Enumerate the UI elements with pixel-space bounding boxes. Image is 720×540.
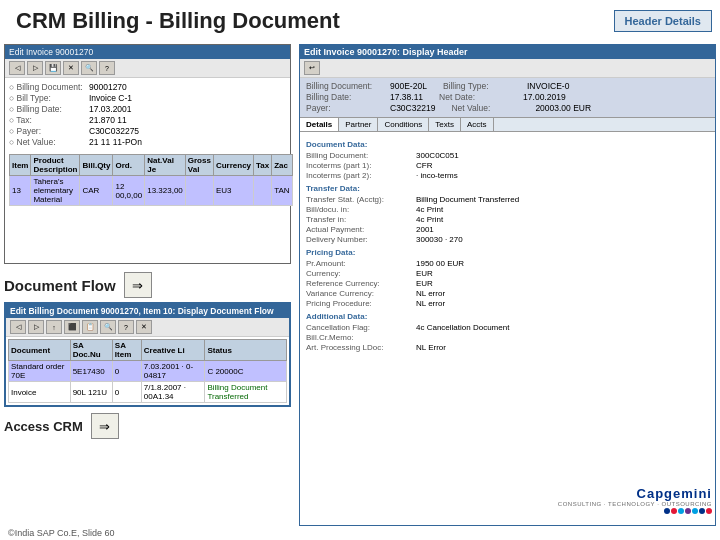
billing-toolbar-btn1[interactable]: ◁ <box>10 320 26 334</box>
rh-payer-label: Payer: <box>306 103 386 113</box>
billing-toolbar-btn4[interactable]: ⬛ <box>64 320 80 334</box>
billing-toolbar-btn5[interactable]: 📋 <box>82 320 98 334</box>
rh-billing-date-label: Billing Date: <box>306 92 386 102</box>
header-details-button[interactable]: Header Details <box>614 10 712 32</box>
tab-details[interactable]: Details <box>300 118 339 131</box>
billing-doc-title: Edit Billing Document 90001270, Item 10:… <box>6 304 289 318</box>
billing-toolbar-btn6[interactable]: 🔍 <box>100 320 116 334</box>
tab-conditions[interactable]: Conditions <box>378 118 429 131</box>
table-row[interactable]: Invoice 90L 121U 0 7/1.8.2007 · 00A1.34 … <box>9 382 287 403</box>
cell-status: Billing Document Transferred <box>205 382 287 403</box>
rh-payer-value: C30C32219 <box>390 103 435 113</box>
cell-doc: Standard order 70E <box>9 361 71 382</box>
dot-2 <box>671 508 677 514</box>
field-label-payer: ○ Payer: <box>9 126 89 136</box>
billing-toolbar-btn2[interactable]: ▷ <box>28 320 44 334</box>
cell-grossval <box>185 176 213 206</box>
dd-incoterms1-label: Incoterms (part 1): <box>306 161 416 170</box>
td-transfer-stat-label: Transfer Stat. (Acctg): <box>306 195 416 204</box>
capgemini-dots <box>558 508 712 514</box>
dd-billing-doc-label: Billing Document: <box>306 151 416 160</box>
field-label-netvalue: ○ Net Value: <box>9 137 89 147</box>
right-tabs: Details Partner Conditions Texts Accts <box>300 118 715 132</box>
dot-3 <box>678 508 684 514</box>
section-additional-data: Additional Data: <box>306 312 709 321</box>
invoice-table: Item Product Description Bill.Qty Ord. N… <box>9 154 293 206</box>
rh-billing-type-label: Billing Type: <box>443 81 523 91</box>
doc-flow-label: Document Flow <box>4 277 116 294</box>
rh-net-date-label: Net Date: <box>439 92 519 102</box>
col-item: Item <box>10 155 31 176</box>
pd-pricing-proc-value: NL error <box>416 299 445 308</box>
rh-billing-date-value: 17.38.11 <box>390 92 423 102</box>
col-currency: Currency <box>213 155 253 176</box>
tab-accts[interactable]: Accts <box>461 118 494 131</box>
dd-incoterms2-value: · inco-terms <box>416 171 458 180</box>
ad-art-proc-value: NL Error <box>416 343 446 352</box>
td-actual-payment-label: Actual Payment: <box>306 225 416 234</box>
cell-creative: 7/1.8.2007 · 00A1.34 <box>141 382 205 403</box>
right-toolbar-btn[interactable]: ↩ <box>304 61 320 75</box>
footer: ©India SAP Co.E, Slide 60 <box>8 528 115 538</box>
table-row[interactable]: Standard order 70E 5E17430 0 7.03.2001 ·… <box>9 361 287 382</box>
cell-tax <box>254 176 272 206</box>
toolbar-btn-help[interactable]: ? <box>99 61 115 75</box>
section-pricing-data: Pricing Data: <box>306 248 709 257</box>
pd-var-currency-label: Variance Currency: <box>306 289 416 298</box>
section-doc-data: Document Data: <box>306 140 709 149</box>
ad-cancel-flag-value: 4c Cancellation Document <box>416 323 509 332</box>
col-product: Product Description <box>31 155 80 176</box>
cell-doc: Invoice <box>9 382 71 403</box>
cell-zac: TAN <box>272 176 292 206</box>
billing-toolbar-btn3[interactable]: ↑ <box>46 320 62 334</box>
capgemini-tagline: CONSULTING · TECHNOLOGY · OUTSOURCING <box>558 501 712 507</box>
edit-invoice-title: Edit Invoice 90001270 <box>5 45 290 59</box>
billing-doc-table: Document SA Doc.Nu SA Item Creative Li S… <box>8 339 287 403</box>
doc-flow-area: Document Flow ⇒ Edit Billing Document 90… <box>4 272 291 407</box>
dd-incoterms2-label: Incoterms (part 2): <box>306 171 416 180</box>
dot-1 <box>664 508 670 514</box>
right-toolbar: ↩ <box>300 59 715 78</box>
dot-5 <box>692 508 698 514</box>
dd-billing-doc-value: 300C0C051 <box>416 151 459 160</box>
edit-invoice-window: Edit Invoice 90001270 ◁ ▷ 💾 ✕ 🔍 ? ○ Bill… <box>4 44 291 264</box>
left-panel: Edit Invoice 90001270 ◁ ▷ 💾 ✕ 🔍 ? ○ Bill… <box>0 40 295 530</box>
col-natval: Nat.Val Je <box>145 155 186 176</box>
field-value-netvalue: 21 11 11-POn <box>89 137 142 147</box>
dot-6 <box>699 508 705 514</box>
col-sa-item: SA Item <box>112 340 141 361</box>
cell-product: Tahera's elementary Material <box>31 176 80 206</box>
col-document: Document <box>9 340 71 361</box>
col-creative: Creative Li <box>141 340 205 361</box>
pd-var-currency-value: NL error <box>416 289 445 298</box>
toolbar-btn-fwd[interactable]: ▷ <box>27 61 43 75</box>
doc-flow-icon[interactable]: ⇒ <box>124 272 152 298</box>
field-value-bill-type: Invoice C-1 <box>89 93 132 103</box>
right-header-fields: Billing Document: 900E-20L Billing Type:… <box>300 78 715 118</box>
access-crm-area: Access CRM ⇒ <box>4 413 291 439</box>
billing-toolbar-btn8[interactable]: ✕ <box>136 320 152 334</box>
billing-toolbar-btn7[interactable]: ? <box>118 320 134 334</box>
access-crm-icon[interactable]: ⇒ <box>91 413 119 439</box>
toolbar-btn-cancel[interactable]: ✕ <box>63 61 79 75</box>
td-actual-payment-value: 2001 <box>416 225 434 234</box>
dd-incoterms1-value: CFR <box>416 161 432 170</box>
pd-amount-value: 1950 00 EUR <box>416 259 464 268</box>
cell-currency: EU3 <box>213 176 253 206</box>
section-transfer-data: Transfer Data: <box>306 184 709 193</box>
toolbar-btn-back[interactable]: ◁ <box>9 61 25 75</box>
pd-currency-value: EUR <box>416 269 433 278</box>
td-transfer-in-label: Transfer in: <box>306 215 416 224</box>
table-row[interactable]: 13 Tahera's elementary Material CAR 12 0… <box>10 176 293 206</box>
field-label-billing-doc: ○ Billing Document: <box>9 82 89 92</box>
toolbar-btn-save[interactable]: 💾 <box>45 61 61 75</box>
footer-copyright: ©India SAP Co.E, Slide 60 <box>8 528 115 538</box>
cell-sa-num: 5E17430 <box>70 361 112 382</box>
tab-partner[interactable]: Partner <box>339 118 378 131</box>
right-tab-content: Document Data: Billing Document: 300C0C0… <box>300 132 715 357</box>
field-label-bill-type: ○ Bill Type: <box>9 93 89 103</box>
col-zac: Zac <box>272 155 292 176</box>
pd-ref-currency-label: Reference Currency: <box>306 279 416 288</box>
toolbar-btn-find[interactable]: 🔍 <box>81 61 97 75</box>
tab-texts[interactable]: Texts <box>429 118 461 131</box>
